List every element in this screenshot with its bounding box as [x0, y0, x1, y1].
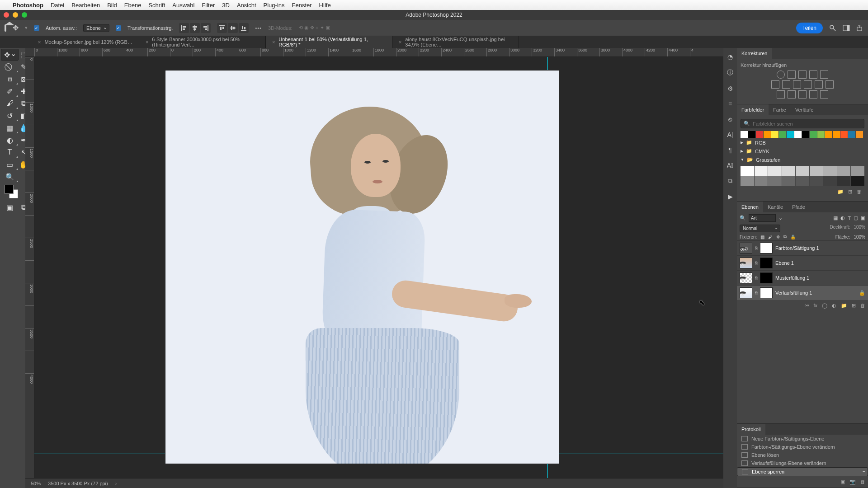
menu-plugins[interactable]: Plug-ins	[264, 2, 285, 9]
trash-icon[interactable]: 🗑	[860, 303, 865, 309]
history-item[interactable]: Ebene sperren	[737, 467, 868, 476]
align-vcenter-icon[interactable]	[228, 23, 238, 33]
panel-icon[interactable]: ≡	[728, 100, 732, 108]
swatch-folder-rgb[interactable]: ▶📁RGB	[741, 138, 864, 147]
swatch[interactable]	[851, 166, 864, 176]
history-tab[interactable]: Protokoll	[737, 424, 765, 435]
posterize-icon[interactable]	[788, 90, 796, 99]
panel-icon[interactable]: ¶	[728, 146, 732, 154]
swatch[interactable]	[756, 131, 763, 138]
swatch[interactable]	[787, 131, 794, 138]
auto-select-target[interactable]: Ebene	[83, 24, 109, 32]
history-brush-tool[interactable]: ↺	[1, 110, 19, 122]
panel-icon[interactable]: ◔	[727, 53, 733, 61]
layer-row[interactable]: 👁 ⎘ Verlaufsfüllung 1 🔒	[737, 285, 868, 300]
minimize-icon[interactable]	[13, 12, 18, 18]
swatch[interactable]	[840, 131, 848, 138]
swatch[interactable]	[810, 176, 823, 186]
photofilter-icon[interactable]	[804, 80, 812, 89]
menu-3d[interactable]: 3D	[222, 2, 230, 9]
panel-icon[interactable]: ⧉	[728, 177, 732, 185]
vibrance-icon[interactable]	[820, 70, 828, 79]
transform-checkbox[interactable]: ✓	[116, 25, 121, 31]
menu-bild[interactable]: Bild	[107, 2, 117, 9]
swatch-folder-cmyk[interactable]: ▶📁CMYK	[741, 147, 864, 155]
menu-bearbeiten[interactable]: Bearbeiten	[71, 2, 100, 9]
threshold-icon[interactable]	[798, 90, 807, 99]
bw-icon[interactable]	[793, 80, 801, 89]
panel-icon[interactable]: ⎋	[728, 116, 732, 123]
swatch[interactable]	[748, 131, 755, 138]
lock-all-icon[interactable]: 🔒	[790, 235, 796, 239]
share-button[interactable]: Teilen	[796, 23, 823, 33]
close-icon[interactable]: ×	[272, 39, 275, 45]
swatch[interactable]	[782, 176, 796, 186]
panel-icon[interactable]: ▶	[728, 193, 733, 200]
swatch[interactable]	[848, 131, 855, 138]
colorbalance-icon[interactable]	[782, 80, 790, 89]
artboard[interactable]	[165, 70, 559, 464]
fill-value[interactable]: 100%	[854, 235, 865, 239]
search-icon[interactable]	[829, 24, 836, 32]
fg-color[interactable]	[5, 185, 14, 194]
swatch[interactable]	[741, 176, 754, 186]
menu-filter[interactable]: Filter	[202, 2, 215, 9]
colorlookup-icon[interactable]	[826, 80, 834, 89]
swatch[interactable]	[768, 176, 782, 186]
panel-icon[interactable]: Aͤ	[727, 162, 733, 169]
channelmixer-icon[interactable]	[815, 80, 823, 89]
panel-icon[interactable]: A|	[727, 131, 733, 138]
zoom-tool[interactable]: 🔍	[1, 171, 19, 183]
brightness-icon[interactable]	[777, 70, 785, 79]
align-hcenter-icon[interactable]	[190, 23, 200, 33]
curves-icon[interactable]	[798, 70, 807, 79]
menu-auswahl[interactable]: Auswahl	[172, 2, 194, 9]
export-icon[interactable]	[856, 24, 863, 32]
paths-tab[interactable]: Pfade	[788, 202, 810, 212]
visibility-icon[interactable]: 👁	[740, 291, 746, 294]
doc-dimensions[interactable]: 3500 Px x 3500 Px (72 ppi)	[48, 481, 108, 486]
swatch[interactable]	[810, 166, 823, 176]
doc-tab-0[interactable]: ×Mockup-Spenden.jpg bei 120% (RGB…	[32, 36, 139, 48]
swatch[interactable]	[825, 131, 832, 138]
ruler-vertical[interactable]: 01000150020002500300035004000	[25, 57, 34, 478]
align-bottom-icon[interactable]	[239, 23, 249, 33]
swatch[interactable]	[779, 131, 786, 138]
swatch[interactable]	[837, 166, 851, 176]
swatch[interactable]	[823, 176, 837, 186]
swatch[interactable]	[796, 176, 809, 186]
lock-transparency-icon[interactable]: ▦	[760, 235, 764, 239]
zoom-level[interactable]: 50%	[31, 481, 41, 486]
swatch[interactable]	[833, 131, 840, 138]
zoom-icon[interactable]	[22, 12, 27, 18]
color-swatches[interactable]	[1, 183, 28, 201]
new-doc-icon[interactable]: ▣	[840, 479, 845, 485]
mask-thumb[interactable]	[760, 258, 773, 268]
filter-type-icon[interactable]: T	[848, 216, 851, 221]
link-icon[interactable]: ⚯	[805, 303, 809, 309]
filter-smart-icon[interactable]: ▣	[861, 215, 865, 221]
menu-hilfe[interactable]: Hilfe	[319, 2, 331, 9]
swatch[interactable]	[741, 131, 748, 138]
lock-pixels-icon[interactable]: 🖌	[768, 235, 773, 239]
swatch[interactable]	[796, 166, 809, 176]
trash-icon[interactable]: 🗑	[860, 479, 865, 485]
swatch[interactable]	[764, 131, 771, 138]
mask-thumb[interactable]	[760, 272, 773, 283]
menu-fenster[interactable]: Fenster	[292, 2, 312, 9]
blend-mode[interactable]: Normal	[740, 225, 780, 232]
mask-icon[interactable]: ◯	[822, 303, 827, 309]
swatch[interactable]	[771, 131, 778, 138]
canvas-body[interactable]: 01000150020002500300035004000	[25, 57, 723, 478]
gradientmap-icon[interactable]	[809, 90, 817, 99]
color-tab[interactable]: Farbe	[769, 104, 791, 115]
swatch[interactable]	[802, 131, 809, 138]
swatch-search[interactable]: 🔍	[741, 119, 864, 128]
layers-tab[interactable]: Ebenen	[737, 202, 763, 212]
folder-icon[interactable]: 📁	[837, 189, 844, 195]
dodge-tool[interactable]: ◐	[1, 134, 19, 146]
gradients-tab[interactable]: Verläufe	[791, 104, 818, 115]
gradient-tool[interactable]: ▦	[1, 122, 19, 134]
swatch[interactable]	[768, 166, 782, 176]
panel-icon[interactable]: ⚙	[727, 85, 733, 92]
